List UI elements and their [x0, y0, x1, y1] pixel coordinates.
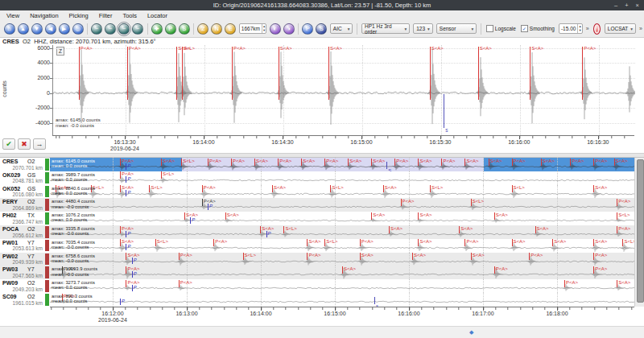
- pick-s-button[interactable]: S: [316, 23, 327, 35]
- pick-marker[interactable]: S<L>: [283, 226, 296, 233]
- pick-marker[interactable]: P<A>: [179, 253, 192, 260]
- pick-marker[interactable]: P: [126, 176, 130, 183]
- trace-row-sc09[interactable]: SC09O21961.015 kmamax: 890.3 countsmean:…: [0, 293, 644, 307]
- spin-down-icon[interactable]: ▾: [578, 29, 581, 33]
- pick-marker[interactable]: P<A>: [202, 185, 216, 192]
- menu-navigation[interactable]: Navigation: [30, 12, 58, 19]
- component-e-button[interactable]: E: [225, 23, 236, 35]
- trace-row-pw02[interactable]: PW02Y72049.939 kmamax: 6758.6 countsmean…: [0, 253, 644, 266]
- pick-marker[interactable]: S<A>: [418, 159, 431, 166]
- time-zoom-out-button[interactable]: ▶: [59, 23, 70, 35]
- trace-area[interactable]: amax: 6145.0 countsmean: 0.0 countsP<A>S…: [50, 158, 634, 171]
- pick-marker[interactable]: P<A>: [617, 226, 630, 233]
- previous-station-button[interactable]: ◐: [270, 23, 281, 35]
- pick-marker[interactable]: P<A>: [208, 159, 221, 166]
- maximize-button[interactable]: +: [625, 2, 628, 9]
- component-z-button[interactable]: Z: [197, 23, 208, 35]
- next-station-button[interactable]: ◑: [283, 23, 295, 35]
- pick-marker[interactable]: P<A>: [441, 159, 455, 166]
- logscale-checkbox[interactable]: Logscale: [486, 25, 516, 32]
- pick-marker[interactable]: S<A>: [279, 47, 279, 100]
- pick-marker[interactable]: S<A>: [418, 212, 431, 220]
- pick-marker[interactable]: S<A>: [459, 226, 473, 233]
- pick-marker[interactable]: S<A>: [535, 226, 549, 233]
- pick-marker[interactable]: S<A>: [489, 159, 502, 166]
- pick-marker[interactable]: P<A>: [127, 47, 128, 100]
- trace-area[interactable]: amax: 3273.7 countsmean: 0.0 countsP<A>P…: [50, 279, 634, 293]
- pick-marker[interactable]: P<A>: [593, 266, 607, 274]
- pick-marker[interactable]: P: [190, 217, 195, 224]
- pick-marker[interactable]: P<A>: [179, 280, 192, 287]
- pick-marker[interactable]: S<A>: [371, 159, 385, 166]
- pick-marker[interactable]: P<A>: [593, 253, 607, 260]
- align-p-button[interactable]: P: [165, 23, 176, 35]
- minimize-button[interactable]: –: [614, 2, 617, 9]
- spin-down-icon[interactable]: ▾: [262, 29, 266, 33]
- trace-mode-3-button[interactable]: ~: [118, 23, 130, 35]
- menu-picking[interactable]: Picking: [69, 12, 89, 19]
- pick-marker[interactable]: S<A>: [552, 239, 566, 246]
- trace-row-ok029[interactable]: OK029GS2048.781 kmamax: 3989.7 countsmea…: [0, 171, 644, 185]
- pick-marker[interactable]: P: [132, 285, 137, 291]
- trace-row-poca[interactable]: POCAO22056.612 kmamax: 3335.8 countsmean…: [0, 225, 644, 239]
- pick-marker[interactable]: S<A>: [418, 239, 431, 246]
- pick-marker[interactable]: P<A>: [360, 239, 374, 246]
- pick-marker[interactable]: S<A>: [371, 212, 385, 220]
- pick-marker[interactable]: S<A>: [541, 159, 555, 166]
- pick-marker[interactable]: P: [126, 231, 130, 237]
- trace-row-ph02[interactable]: PH02TX2366.747 kmamax: 1076.2 countsmean…: [0, 212, 644, 225]
- pick-marker[interactable]: S<A>: [593, 185, 607, 192]
- record-button[interactable]: [593, 23, 601, 35]
- toolbar-overflow-icon[interactable]: »: [586, 26, 589, 31]
- accept-picks-button[interactable]: ✔: [2, 138, 15, 150]
- default-zoom-button[interactable]: ◎: [72, 23, 84, 35]
- menu-view[interactable]: View: [6, 12, 19, 19]
- pick-marker[interactable]: S<A>: [307, 239, 320, 246]
- pick-marker[interactable]: S<A>: [614, 159, 628, 166]
- pick-marker[interactable]: S<L>: [155, 239, 168, 246]
- filter-select[interactable]: HP1 Hz 3rd order▾: [361, 23, 410, 34]
- pick-marker[interactable]: P: [266, 231, 271, 237]
- trace-area[interactable]: amax: 10093.9 countsmean: -0.0 countsP<A…: [50, 266, 634, 279]
- pick-marker[interactable]: P<A>: [232, 47, 233, 100]
- pick-marker[interactable]: S<A>: [161, 159, 175, 166]
- pick-marker[interactable]: P<A>: [494, 266, 508, 274]
- pick-marker[interactable]: S<A>: [272, 185, 286, 192]
- threshold-spin[interactable]: -15.00▴▾: [559, 23, 583, 34]
- pick-marker[interactable]: P<A>: [231, 159, 245, 166]
- trace-area[interactable]: amax: 7035.4 countsmean: -0.0 countsS<A>…: [50, 239, 634, 253]
- trace-area[interactable]: amax: 3335.8 countsmean: -0.0 countsP<A>…: [50, 225, 634, 239]
- pick-marker[interactable]: S<A>: [478, 47, 479, 100]
- pick-marker[interactable]: S<A>: [512, 239, 526, 246]
- menu-locator[interactable]: Locator: [147, 12, 167, 19]
- amplitude-zoom-in-button[interactable]: ▲: [18, 23, 29, 35]
- pick-marker[interactable]: P<A>: [79, 47, 80, 100]
- trace-mode-1-button[interactable]: ~: [91, 23, 102, 35]
- distance-range-spin-arrows[interactable]: ▴▾: [262, 24, 266, 33]
- trace-mode-4-button[interactable]: ~: [132, 23, 143, 35]
- pick-marker[interactable]: P: [126, 163, 130, 170]
- pick-marker[interactable]: P<A>: [617, 199, 630, 206]
- pick-marker[interactable]: S<A>: [328, 47, 329, 100]
- pick-marker[interactable]: S<A>: [225, 212, 239, 220]
- pick-marker[interactable]: S<L>: [243, 253, 256, 260]
- threshold-spin-arrows[interactable]: ▴▾: [577, 24, 581, 33]
- pick-marker[interactable]: S<A>: [348, 159, 361, 166]
- pick-marker[interactable]: P<A>: [464, 239, 478, 246]
- pick-marker[interactable]: S<L>: [430, 185, 443, 192]
- trace-row-pw01[interactable]: PW01Y72053.613 kmamax: 7035.4 countsmean…: [0, 239, 644, 253]
- align-origin-button[interactable]: ✚: [151, 23, 163, 35]
- pick-marker[interactable]: P: [120, 299, 125, 305]
- pick-marker[interactable]: S<A>: [464, 159, 478, 166]
- pick-marker[interactable]: P<A>: [278, 159, 291, 166]
- pick-marker[interactable]: S<A>: [593, 239, 607, 246]
- sensor-select[interactable]: Sensor▾: [436, 23, 477, 34]
- pick-marker[interactable]: S<A>: [412, 253, 426, 260]
- pick-marker[interactable]: S<A>: [301, 159, 315, 166]
- pick-marker[interactable]: S<A>: [530, 47, 530, 100]
- trace-area[interactable]: amax: 3989.7 countsmean: 0.0 countsP<A>S…: [50, 171, 634, 185]
- pick-marker[interactable]: S<L>: [149, 185, 162, 192]
- trace-row-pw03[interactable]: PW03Y72047.565 kmamax: 10093.9 countsmea…: [0, 266, 644, 279]
- pick-marker[interactable]: P: [126, 190, 130, 196]
- pick-marker[interactable]: P: [208, 204, 213, 210]
